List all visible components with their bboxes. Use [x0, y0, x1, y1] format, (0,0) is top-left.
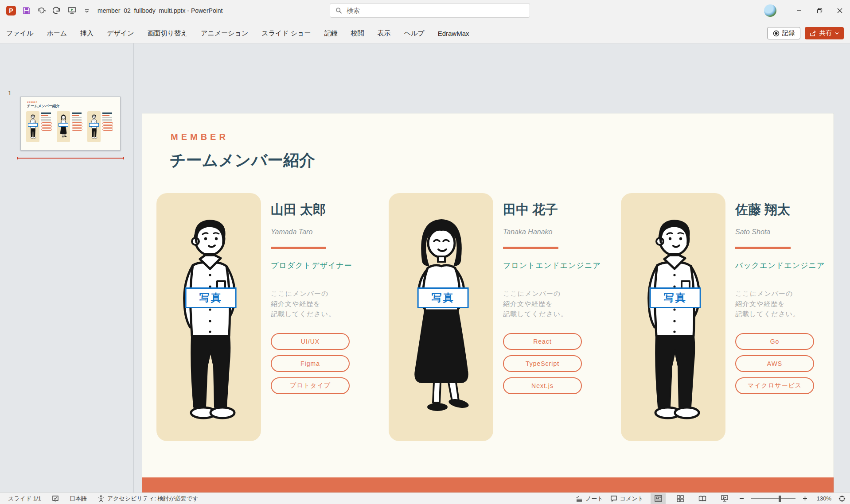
spellcheck-icon[interactable]: [52, 495, 59, 502]
photo-placeholder-text: 写真: [199, 291, 222, 305]
status-bar-right: ノート コメント 130%: [576, 493, 850, 504]
slide-thumbnail-panel[interactable]: 1 MEMBER チームメンバー紹介: [0, 43, 134, 492]
customize-toolbar-chevron-icon[interactable]: [82, 6, 91, 15]
start-slideshow-icon[interactable]: [67, 6, 76, 15]
tab-slideshow[interactable]: スライド ショー: [261, 29, 311, 38]
share-button[interactable]: 共有: [805, 27, 844, 39]
save-icon[interactable]: [22, 6, 31, 15]
member-photo-card[interactable]: 写真: [156, 193, 261, 441]
skill-pill[interactable]: Figma: [271, 355, 350, 372]
record-button[interactable]: 記録: [767, 27, 800, 39]
search-box[interactable]: [330, 3, 530, 18]
powerpoint-logo-icon[interactable]: P: [6, 6, 16, 16]
member-role[interactable]: バックエンドエンジニア: [735, 260, 819, 271]
member-romaji[interactable]: Sato Shota: [735, 228, 819, 236]
comments-label: コメント: [620, 495, 643, 503]
skill-pill[interactable]: プロトタイプ: [271, 377, 350, 394]
redo-icon[interactable]: [52, 6, 61, 15]
minimize-button[interactable]: [789, 0, 809, 21]
skill-pill[interactable]: マイクロサービス: [735, 377, 814, 394]
zoom-slider-thumb[interactable]: [779, 496, 781, 502]
member-description[interactable]: ここにメンバーの 紹介文や経歴を 記載してください。: [735, 288, 819, 319]
member-name[interactable]: 田中 花子: [503, 201, 587, 219]
member-romaji[interactable]: Yamada Taro: [271, 228, 355, 236]
search-icon: [335, 7, 342, 14]
skill-pill[interactable]: TypeScript: [503, 355, 582, 372]
slide-canvas[interactable]: MEMBER チームメンバー紹介 写真 山田 太郎 Yamada Taro プロ…: [142, 113, 834, 504]
zoom-level[interactable]: 130%: [815, 495, 831, 502]
description-line: ここにメンバーの: [503, 288, 587, 299]
member-photo-card[interactable]: 写真: [389, 193, 493, 441]
description-line: 記載してください。: [271, 309, 355, 319]
record-button-label: 記録: [782, 29, 795, 37]
slide-thumbnail[interactable]: MEMBER チームメンバー紹介: [20, 97, 121, 151]
accessibility-status[interactable]: アクセシビリティ: 検討が必要です: [97, 495, 199, 503]
accent-divider[interactable]: [271, 247, 326, 249]
notes-toggle[interactable]: ノート: [576, 495, 603, 503]
photo-placeholder[interactable]: 写真: [185, 287, 237, 308]
accent-divider[interactable]: [503, 247, 558, 249]
undo-icon[interactable]: [37, 6, 46, 15]
description-line: 紹介文や経歴を: [503, 299, 587, 309]
thumbnail-member-groups: [26, 111, 117, 142]
skill-pill[interactable]: UI/UX: [271, 333, 350, 350]
ribbon-right-buttons: 記録 共有: [767, 27, 844, 39]
fit-to-window-button[interactable]: [838, 495, 846, 502]
member-photo-card[interactable]: 写真: [621, 193, 725, 441]
member-description[interactable]: ここにメンバーの 紹介文や経歴を 記載してください。: [503, 288, 587, 319]
member-group: 写真 佐藤 翔太 Sato Shota バックエンドエンジニア ここにメンバーの…: [621, 193, 819, 441]
close-button[interactable]: [830, 0, 850, 21]
slideshow-view-button[interactable]: [717, 493, 732, 504]
member-info: 田中 花子 Tanaka Hanako フロントエンドエンジニア ここにメンバー…: [503, 193, 587, 441]
skill-pill[interactable]: Next.js: [503, 377, 582, 394]
tab-home[interactable]: ホーム: [47, 29, 67, 38]
tab-animations[interactable]: アニメーション: [201, 29, 248, 38]
mini-female-figure: [58, 113, 69, 140]
member-role[interactable]: プロダクトデザイナー: [271, 260, 355, 271]
skill-pill[interactable]: React: [503, 333, 582, 350]
language-indicator[interactable]: 日本語: [70, 495, 87, 503]
zoom-in-button[interactable]: [803, 496, 807, 501]
slide-indicator[interactable]: スライド 1/1: [8, 495, 41, 503]
accessibility-status-text: アクセシビリティ: 検討が必要です: [107, 495, 199, 503]
tab-insert[interactable]: 挿入: [80, 29, 94, 38]
zoom-slider[interactable]: [751, 498, 795, 499]
user-avatar[interactable]: [764, 4, 776, 17]
tab-review[interactable]: 校閲: [351, 29, 364, 38]
accessibility-icon: [97, 495, 105, 502]
zoom-out-button[interactable]: [739, 496, 744, 501]
document-title: member_02_fullbody_multi.pptx - PowerPoi…: [97, 7, 222, 14]
search-input[interactable]: [347, 7, 524, 14]
maximize-button[interactable]: [809, 0, 830, 21]
member-name[interactable]: 佐藤 翔太: [735, 201, 819, 219]
accent-divider[interactable]: [735, 247, 791, 249]
window-titlebar: P member_02_fullbody_multi.pptx - PowerP…: [0, 0, 850, 21]
member-name[interactable]: 山田 太郎: [271, 201, 355, 219]
photo-placeholder[interactable]: 写真: [650, 287, 701, 308]
thumbnail-slide-number: 1: [8, 89, 12, 97]
member-role[interactable]: フロントエンドエンジニア: [503, 260, 587, 271]
skill-pill[interactable]: Go: [735, 333, 814, 350]
skill-pill[interactable]: AWS: [735, 355, 814, 372]
slide-eyebrow-text[interactable]: MEMBER: [171, 132, 229, 142]
notes-icon: [576, 496, 583, 502]
normal-view-button[interactable]: [651, 493, 666, 504]
photo-placeholder[interactable]: 写真: [417, 287, 469, 308]
tab-edrawmax[interactable]: EdrawMax: [438, 30, 469, 37]
comments-toggle[interactable]: コメント: [610, 495, 643, 503]
reading-view-button[interactable]: [695, 493, 710, 504]
quick-access-toolbar: P: [0, 6, 91, 16]
description-line: ここにメンバーの: [271, 288, 355, 299]
slide-title-text[interactable]: チームメンバー紹介: [170, 150, 315, 171]
slide-insert-indicator: [17, 158, 124, 159]
tab-view[interactable]: 表示: [378, 29, 391, 38]
tab-transitions[interactable]: 画面切り替え: [148, 29, 188, 38]
tab-record[interactable]: 記録: [324, 29, 338, 38]
tab-help[interactable]: ヘルプ: [404, 29, 425, 38]
member-description[interactable]: ここにメンバーの 紹介文や経歴を 記載してください。: [271, 288, 355, 319]
slide-sorter-view-button[interactable]: [673, 493, 688, 504]
member-romaji[interactable]: Tanaka Hanako: [503, 228, 587, 236]
tab-file[interactable]: ファイル: [6, 29, 33, 38]
share-icon: [810, 30, 816, 37]
tab-design[interactable]: デザイン: [107, 29, 134, 38]
